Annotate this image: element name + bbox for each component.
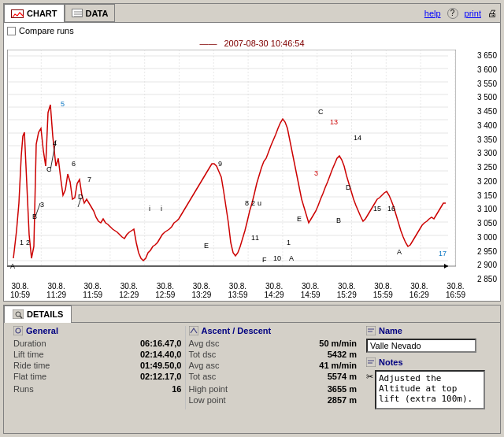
svg-text:D: D bbox=[346, 183, 351, 191]
svg-text:13: 13 bbox=[330, 118, 338, 126]
bottom-section: DETAILS General Duration 06:16.47,0 Lift… bbox=[3, 305, 501, 434]
general-row-5: Runs 16 bbox=[13, 384, 182, 394]
ascent-col: Ascent / Descent Avg dsc 50 m/min Tot ds… bbox=[185, 326, 361, 409]
x-label-0: 30.8.10:59 bbox=[10, 282, 30, 299]
svg-text:E: E bbox=[297, 215, 302, 223]
svg-rect-66 bbox=[13, 326, 23, 335]
x-label-6: 30.8.13:59 bbox=[228, 282, 247, 299]
y-label-11: 3 100 bbox=[472, 205, 497, 213]
svg-text:3: 3 bbox=[314, 169, 318, 177]
ascent-header-text: Ascent / Descent bbox=[202, 326, 272, 335]
svg-text:5: 5 bbox=[61, 100, 65, 108]
tab-data[interactable]: DATA bbox=[65, 4, 116, 22]
svg-text:A: A bbox=[289, 254, 294, 262]
chart-plot-container: A 1 2 B 3 C 4 5 bbox=[7, 50, 497, 299]
svg-rect-69 bbox=[366, 326, 376, 335]
y-label-14: 2 950 bbox=[472, 247, 497, 256]
data-tab-label: DATA bbox=[86, 9, 109, 18]
notes-textarea[interactable]: Adjusted the Altitude at top lift (extra… bbox=[375, 370, 485, 409]
y-label-2: 3 550 bbox=[472, 80, 497, 88]
y-label-9: 3 200 bbox=[472, 177, 497, 186]
ascent-icon bbox=[189, 326, 198, 335]
help-icon: ? bbox=[447, 8, 458, 19]
svg-text:10: 10 bbox=[273, 254, 281, 262]
y-label-7: 3 300 bbox=[472, 149, 497, 157]
svg-text:7: 7 bbox=[87, 176, 91, 183]
print-icon: 🖨 bbox=[487, 8, 497, 19]
svg-text:A: A bbox=[10, 262, 15, 270]
svg-text:2: 2 bbox=[26, 239, 30, 246]
x-axis-labels: 30.8.10:59 30.8.11:29 30.8.11:59 30.8.12… bbox=[7, 282, 469, 299]
y-label-1: 3 600 bbox=[472, 65, 497, 74]
x-label-12: 30.8.16:59 bbox=[446, 282, 465, 299]
svg-text:1: 1 bbox=[20, 239, 24, 246]
general-header: General bbox=[13, 326, 182, 335]
svg-text:11: 11 bbox=[251, 234, 259, 242]
notes-section: Notes ✂ Adjusted the Altitude at top lif… bbox=[366, 357, 494, 409]
x-label-1: 30.8.11:29 bbox=[46, 282, 66, 299]
help-link[interactable]: help bbox=[424, 9, 441, 18]
y-label-5: 3 400 bbox=[472, 121, 497, 130]
y-label-13: 3 000 bbox=[472, 233, 497, 242]
details-tab-bar: DETAILS bbox=[4, 306, 500, 323]
name-input[interactable] bbox=[366, 339, 476, 353]
general-row-0: Duration 06:16.47,0 bbox=[13, 339, 182, 348]
x-label-10: 30.8.15:59 bbox=[373, 282, 393, 299]
y-label-8: 3 250 bbox=[472, 163, 497, 172]
svg-text:9: 9 bbox=[218, 160, 222, 168]
svg-text:F: F bbox=[262, 256, 267, 264]
svg-text:i: i bbox=[161, 205, 162, 213]
general-col: General Duration 06:16.47,0 Lift time 02… bbox=[10, 326, 185, 409]
ascent-row-0: Avg dsc 50 m/min bbox=[189, 339, 358, 348]
chart-svg: A 1 2 B 3 C 4 5 bbox=[7, 50, 456, 282]
notes-header: Notes bbox=[366, 357, 494, 367]
tab-chart[interactable]: CHART bbox=[4, 4, 65, 22]
x-label-8: 30.8.14:59 bbox=[301, 282, 321, 299]
details-tab-label: DETAILS bbox=[27, 309, 63, 319]
main-container: CHART DATA help ? print 🖨 Compare runs bbox=[0, 0, 504, 437]
svg-text:A: A bbox=[397, 248, 402, 256]
svg-text:6: 6 bbox=[72, 160, 76, 168]
name-header-text: Name bbox=[379, 326, 402, 335]
general-row-2: Ride time 01:49.50,0 bbox=[13, 361, 182, 370]
svg-text:C: C bbox=[318, 108, 324, 116]
x-label-3: 30.8.12:29 bbox=[119, 282, 139, 299]
ascent-row-6: Low point 2857 m bbox=[189, 395, 358, 405]
svg-text:2: 2 bbox=[251, 199, 255, 207]
data-tab-icon bbox=[72, 9, 83, 17]
notes-header-text: Notes bbox=[379, 357, 403, 367]
y-label-3: 3 500 bbox=[472, 93, 497, 102]
name-icon bbox=[366, 326, 376, 335]
y-label-12: 3 050 bbox=[472, 219, 497, 228]
x-label-7: 30.8.14:29 bbox=[265, 282, 284, 299]
ascent-row-3: Tot asc 5574 m bbox=[189, 372, 358, 381]
ascent-header: Ascent / Descent bbox=[189, 326, 358, 335]
svg-text:8: 8 bbox=[245, 199, 249, 207]
svg-text:E: E bbox=[204, 242, 209, 250]
tab-bar: CHART DATA help ? print 🖨 bbox=[4, 4, 500, 23]
ascent-row-2: Avg asc 41 m/min bbox=[189, 361, 358, 370]
x-label-2: 30.8.11:59 bbox=[83, 282, 102, 299]
name-notes-col: Name Notes ✂ Adjusted the Altitude at to… bbox=[360, 326, 494, 409]
details-content: General Duration 06:16.47,0 Lift time 02… bbox=[4, 323, 500, 413]
svg-rect-72 bbox=[366, 357, 376, 367]
x-label-9: 30.8.15:29 bbox=[337, 282, 357, 299]
chart-area: Compare runs —— 2007-08-30 10:46:54 bbox=[4, 23, 500, 301]
y-label-6: 3 350 bbox=[472, 135, 497, 144]
general-row-1: Lift time 02:14.40,0 bbox=[13, 350, 182, 359]
top-right-actions: help ? print 🖨 bbox=[421, 4, 500, 22]
svg-text:16: 16 bbox=[387, 205, 395, 213]
svg-text:B: B bbox=[336, 217, 341, 224]
y-label-10: 3 150 bbox=[472, 191, 497, 200]
ascent-row-5: High point 3655 m bbox=[189, 384, 358, 394]
details-tab[interactable]: DETAILS bbox=[4, 306, 72, 323]
svg-text:14: 14 bbox=[354, 134, 361, 142]
print-link[interactable]: print bbox=[465, 9, 481, 18]
y-label-16: 2 850 bbox=[472, 275, 497, 283]
svg-text:15: 15 bbox=[373, 205, 381, 213]
svg-text:1: 1 bbox=[287, 239, 291, 246]
chart-tab-icon bbox=[11, 9, 24, 18]
compare-runs-checkbox[interactable] bbox=[7, 27, 16, 35]
top-section: CHART DATA help ? print 🖨 Compare runs bbox=[3, 3, 501, 302]
chart-title-text: 2007-08-30 10:46:54 bbox=[224, 39, 304, 48]
